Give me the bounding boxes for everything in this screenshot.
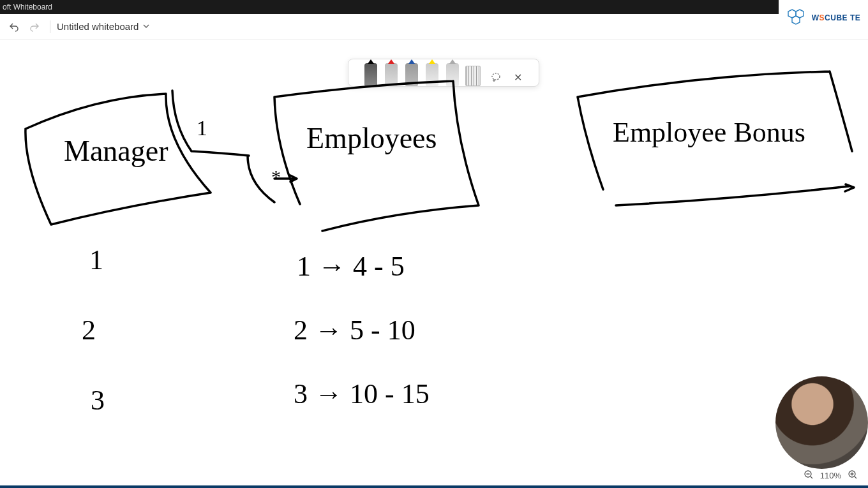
zoom-level: 110%	[820, 471, 841, 480]
undo-button[interactable]	[5, 18, 23, 36]
zoom-in-button[interactable]	[848, 470, 858, 482]
svg-text:1 → 4 - 5: 1 → 4 - 5	[297, 251, 405, 282]
svg-marker-2	[792, 16, 800, 24]
svg-text:Employees: Employees	[306, 122, 437, 154]
svg-text:1: 1	[89, 244, 103, 276]
window-title: oft Whiteboard	[3, 3, 52, 11]
svg-text:Manager: Manager	[64, 135, 168, 167]
window-titlebar: oft Whiteboard	[0, 0, 868, 14]
bottom-strip	[0, 485, 868, 488]
chevron-down-icon	[142, 21, 150, 32]
svg-text:*: *	[271, 166, 281, 187]
hex-logo-icon	[786, 8, 809, 27]
svg-text:1: 1	[197, 116, 207, 140]
zoom-out-button[interactable]	[804, 470, 814, 482]
svg-text:Employee  Bonus: Employee Bonus	[613, 117, 805, 148]
zoom-in-icon	[848, 470, 858, 480]
brand-text: WSCUBE TE	[812, 13, 861, 22]
undo-icon	[9, 22, 19, 32]
document-title-button[interactable]: Untitled whiteboard	[57, 21, 150, 32]
redo-button[interactable]	[26, 18, 43, 36]
redo-icon	[29, 22, 40, 32]
document-title: Untitled whiteboard	[57, 21, 138, 32]
ink-drawing: Manager Employees Employee Bonus 1 * 1 2…	[0, 40, 868, 486]
zoom-out-icon	[804, 470, 814, 480]
svg-text:2: 2	[82, 314, 96, 346]
svg-text:2 → 5 - 10: 2 → 5 - 10	[294, 314, 415, 346]
svg-text:3: 3	[91, 385, 105, 416]
zoom-controls: 110%	[798, 467, 863, 484]
svg-text:3 → 10 - 15: 3 → 10 - 15	[294, 378, 430, 410]
brand-logo: WSCUBE TE	[779, 0, 868, 35]
app-header: Untitled whiteboard	[0, 14, 868, 40]
header-separator	[50, 20, 50, 33]
webcam-overlay	[775, 376, 868, 469]
whiteboard-canvas[interactable]: ✕ Manager Employees Employee Bonus 1 * 1…	[0, 40, 868, 488]
